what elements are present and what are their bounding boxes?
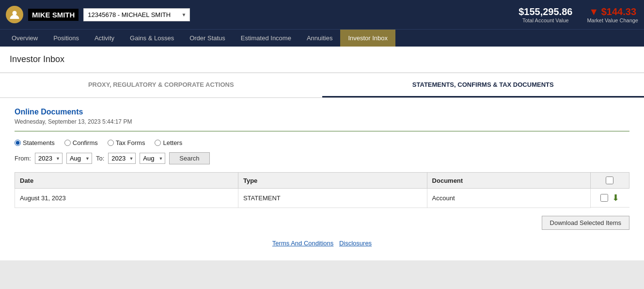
inbox-tabs: PROXY, REGULATORY & CORPORATE ACTIONS ST… (0, 73, 644, 98)
top-header: MIKE SMITH 12345678 - MICHAEL SMITH $155… (0, 0, 644, 29)
avatar (6, 6, 23, 23)
tab-proxy[interactable]: PROXY, REGULATORY & CORPORATE ACTIONS (0, 73, 322, 97)
online-docs-title: Online Documents (15, 108, 629, 116)
footer-links: Terms And Conditions Disclosures (15, 234, 629, 251)
market-change-label: Market Value Change (587, 17, 638, 23)
table-row: August 31, 2023 STATEMENT Account ⬇ (15, 189, 629, 208)
download-selected-button[interactable]: Download Selected Items (542, 216, 629, 230)
market-value-change: ▼ $144.33 (587, 6, 638, 17)
nav-item-order-status[interactable]: Order Status (182, 30, 233, 47)
col-document: Document (427, 173, 590, 189)
total-account-value: $155,295.86 (518, 6, 572, 17)
market-change-block: ▼ $144.33 Market Value Change (587, 6, 638, 23)
page-content: Investor Inbox PROXY, REGULATORY & CORPO… (0, 47, 644, 260)
radio-letters[interactable]: Letters (155, 139, 182, 146)
total-account-value-label: Total Account Value (518, 17, 572, 23)
user-section: MIKE SMITH 12345678 - MICHAEL SMITH (6, 6, 190, 23)
nav-item-positions[interactable]: Positions (46, 30, 87, 47)
account-values: $155,295.86 Total Account Value ▼ $144.3… (518, 6, 638, 23)
to-label: To: (96, 155, 104, 162)
action-row: Download Selected Items (15, 216, 629, 230)
to-year-select[interactable]: 2021 2022 2023 (108, 153, 136, 164)
radio-group: Statements Confirms Tax Forms Letters (15, 139, 629, 146)
row-type: STATEMENT (238, 189, 427, 208)
documents-area: Online Documents Wednesday, September 13… (0, 98, 644, 260)
from-month-select[interactable]: JanFebMarApr MayJunJulAug SepOctNovDec (66, 153, 92, 164)
row-document: Account (427, 189, 590, 208)
nav-item-activity[interactable]: Activity (87, 30, 122, 47)
docs-divider (15, 131, 629, 131)
to-month-select[interactable]: JanFebMarApr MayJunJulAug SepOctNovDec (140, 153, 165, 164)
filter-row: From: 2021 2022 2023 JanFebMarApr MayJun… (15, 152, 629, 164)
nav-item-overview[interactable]: Overview (4, 30, 46, 47)
down-arrow-icon: ▼ (589, 6, 598, 17)
svg-point-0 (13, 11, 17, 16)
to-month-wrapper[interactable]: JanFebMarApr MayJunJulAug SepOctNovDec (140, 153, 165, 164)
to-year-wrapper[interactable]: 2021 2022 2023 (108, 153, 136, 164)
from-month-wrapper[interactable]: JanFebMarApr MayJunJulAug SepOctNovDec (66, 153, 92, 164)
from-year-wrapper[interactable]: 2021 2022 2023 (35, 153, 63, 164)
row-checkbox[interactable] (600, 194, 608, 202)
row-actions: ⬇ (591, 189, 629, 208)
nav-item-gains-losses[interactable]: Gains & Losses (122, 30, 182, 47)
col-checkbox-header (590, 173, 629, 189)
radio-statements[interactable]: Statements (15, 139, 55, 146)
nav-item-estimated-income[interactable]: Estimated Income (233, 30, 299, 47)
nav-item-annuities[interactable]: Annuities (299, 30, 340, 47)
download-icon[interactable]: ⬇ (612, 193, 619, 203)
from-year-select[interactable]: 2021 2022 2023 (35, 153, 63, 164)
nav-bar: Overview Positions Activity Gains & Loss… (0, 29, 644, 47)
col-date: Date (15, 173, 238, 189)
header-checkbox[interactable] (606, 177, 613, 184)
tab-statements[interactable]: STATEMENTS, CONFIRMS & TAX DOCUMENTS (322, 73, 644, 97)
radio-tax-forms[interactable]: Tax Forms (108, 139, 145, 146)
radio-confirms[interactable]: Confirms (64, 139, 98, 146)
account-select-wrapper[interactable]: 12345678 - MICHAEL SMITH (83, 8, 190, 21)
documents-table: Date Type Document August 31, 2023 STATE… (15, 172, 629, 208)
page-title: Investor Inbox (0, 47, 644, 73)
search-button[interactable]: Search (169, 152, 209, 164)
row-date: August 31, 2023 (15, 189, 238, 208)
nav-item-investor-inbox[interactable]: Investor Inbox (340, 30, 395, 47)
terms-link[interactable]: Terms And Conditions (272, 240, 333, 247)
account-select[interactable]: 12345678 - MICHAEL SMITH (83, 8, 190, 21)
online-docs-date: Wednesday, September 13, 2023 5:44:17 PM (15, 118, 629, 125)
col-type: Type (238, 173, 427, 189)
from-label: From: (15, 155, 31, 162)
user-name: MIKE SMITH (28, 9, 79, 21)
total-value-block: $155,295.86 Total Account Value (518, 6, 572, 23)
disclosures-link[interactable]: Disclosures (339, 240, 372, 247)
